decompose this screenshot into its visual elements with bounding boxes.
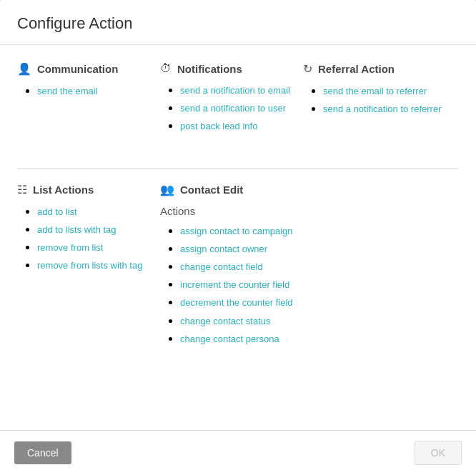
actions-label: Actions <box>160 205 303 217</box>
ok-button: OK <box>415 441 462 465</box>
notification-user-link[interactable]: send a notification to user <box>180 103 286 114</box>
post-back-lead-link[interactable]: post back lead info <box>180 121 257 131</box>
notifications-icon: ⏱ <box>160 62 172 75</box>
communication-header: 👤 Communication <box>17 62 160 76</box>
list-actions-title: List Actions <box>33 184 94 196</box>
modal-title: Configure Action <box>17 14 459 33</box>
communication-section: 👤 Communication send the email <box>17 62 160 154</box>
communication-section-inner: 👤 Communication send the email <box>17 62 160 98</box>
email-referrer-link[interactable]: send the email to referrer <box>323 86 427 96</box>
increment-counter-link[interactable]: increment the counter field <box>180 279 289 290</box>
bottom-row: ☷ List Actions add to list add to lists … <box>17 183 459 366</box>
add-to-list-link[interactable]: add to list <box>37 206 77 217</box>
list-item: change contact status <box>180 314 303 328</box>
list-item: increment the counter field <box>180 278 303 291</box>
notifications-section: ⏱ Notifications send a notification to e… <box>160 62 303 154</box>
configure-action-modal: Configure Action 👤 Communication send th… <box>0 0 476 475</box>
list-item: send a notification to user <box>180 101 303 115</box>
list-item: decrement the counter field <box>180 296 303 309</box>
top-row: 👤 Communication send the email ⏱ Notifi <box>17 62 459 154</box>
list-actions-list: add to list add to lists with tag remove… <box>17 205 160 273</box>
contact-edit-list: assign contact to campaign assign contac… <box>160 224 303 346</box>
remove-from-list-link[interactable]: remove from list <box>37 242 103 253</box>
list-item: assign contact to campaign <box>180 224 303 238</box>
cancel-button[interactable]: Cancel <box>14 441 71 464</box>
list-item: send the email <box>37 84 160 98</box>
referral-section: ↻ Referral Action send the email to refe… <box>303 62 459 154</box>
referral-list: send the email to referrer send a notifi… <box>303 84 459 116</box>
list-actions-header: ☷ List Actions <box>17 183 160 196</box>
empty-col-right <box>303 183 459 366</box>
contact-edit-header: 👥 Contact Edit <box>160 183 303 196</box>
remove-from-lists-tag-link[interactable]: remove from lists with tag <box>37 260 142 271</box>
contact-edit-section: 👥 Contact Edit Actions assign contact to… <box>160 183 303 366</box>
contact-edit-icon: 👥 <box>160 183 174 196</box>
list-item: send the email to referrer <box>323 84 459 98</box>
list-item: change contact field <box>180 260 303 274</box>
notifications-section-inner: ⏱ Notifications send a notification to e… <box>160 62 303 134</box>
contact-edit-title: Contact Edit <box>180 184 243 196</box>
assign-owner-link[interactable]: assign contact owner <box>180 244 267 254</box>
referral-header: ↻ Referral Action <box>303 62 459 76</box>
list-item: remove from list <box>37 241 160 254</box>
notifications-list: send a notification to email send a noti… <box>160 84 303 134</box>
list-item: send a notification to email <box>180 84 303 97</box>
section-divider <box>17 168 459 169</box>
modal-body: 👤 Communication send the email ⏱ Notifi <box>0 45 476 475</box>
communication-title: Communication <box>37 63 118 75</box>
list-actions-section-inner: ☷ List Actions add to list add to lists … <box>17 183 160 273</box>
list-item: change contact persona <box>180 332 303 346</box>
list-item: add to list <box>37 205 160 219</box>
list-item: post back lead info <box>180 119 303 133</box>
contact-edit-section-inner: 👥 Contact Edit Actions assign contact to… <box>160 183 303 346</box>
notification-referrer-link[interactable]: send a notification to referrer <box>323 104 441 114</box>
notifications-title: Notifications <box>177 63 242 75</box>
change-status-link[interactable]: change contact status <box>180 316 270 326</box>
communication-list: send the email <box>17 84 160 98</box>
list-item: send a notification to referrer <box>323 102 459 116</box>
list-item: remove from lists with tag <box>37 259 160 272</box>
notification-email-link[interactable]: send a notification to email <box>180 85 290 96</box>
referral-title: Referral Action <box>318 63 395 75</box>
notifications-header: ⏱ Notifications <box>160 62 303 75</box>
assign-campaign-link[interactable]: assign contact to campaign <box>180 226 293 236</box>
decrement-counter-link[interactable]: decrement the counter field <box>180 297 293 308</box>
modal-footer: Cancel OK <box>0 430 476 475</box>
list-actions-section: ☷ List Actions add to list add to lists … <box>17 183 160 366</box>
referral-section-inner: ↻ Referral Action send the email to refe… <box>303 62 459 116</box>
modal-header: Configure Action <box>0 0 476 45</box>
add-to-lists-tag-link[interactable]: add to lists with tag <box>37 224 116 235</box>
change-contact-field-link[interactable]: change contact field <box>180 261 263 272</box>
list-actions-icon: ☷ <box>17 183 27 196</box>
referral-icon: ↻ <box>303 62 312 76</box>
send-the-email-link[interactable]: send the email <box>37 86 98 96</box>
list-item: add to lists with tag <box>37 223 160 236</box>
actions-section: Actions assign contact to campaign assig… <box>160 205 303 346</box>
list-item: assign contact owner <box>180 242 303 256</box>
change-persona-link[interactable]: change contact persona <box>180 334 279 344</box>
communication-icon: 👤 <box>17 62 31 76</box>
